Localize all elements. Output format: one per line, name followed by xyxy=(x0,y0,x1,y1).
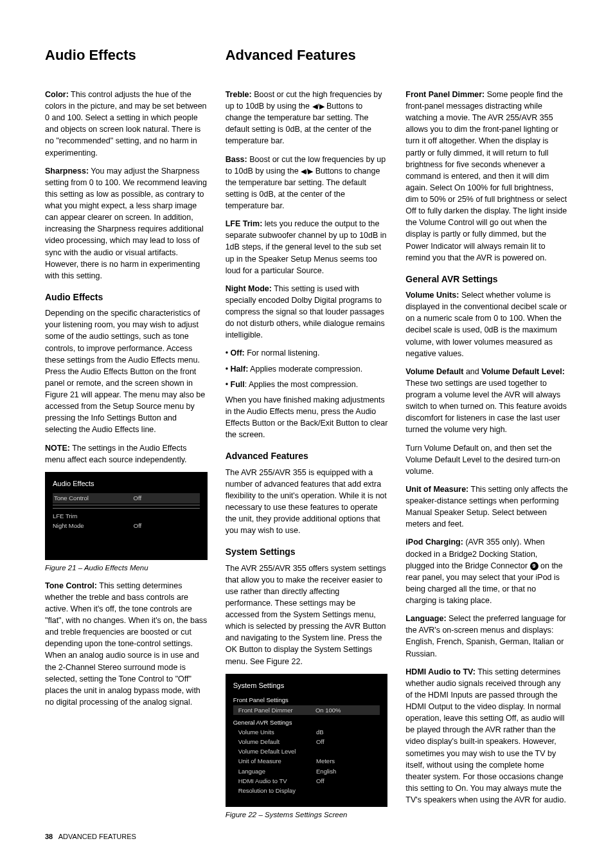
text-volume-default: These two settings are used together to … xyxy=(405,379,567,435)
figure-21: Audio Effects Tone ControlOff LFE Trim N… xyxy=(45,472,208,560)
para-color: Color: This control adjusts the hue of t… xyxy=(45,89,208,159)
text-volume-units: Select whether volume is displayed in th… xyxy=(405,291,567,358)
para-language: Language: Select the preferred language … xyxy=(405,613,568,660)
caption-22: Figure 22 – Systems Settings Screen xyxy=(226,809,388,820)
heading-audio-effects: Audio Effects xyxy=(45,45,208,66)
text-fp-dimmer: Some people find the front-panel message… xyxy=(405,90,567,262)
connector-9-icon: 9 xyxy=(530,562,538,570)
para-night-mode: Night Mode: This setting is used with sp… xyxy=(226,283,388,341)
bullet-off: • Off: For normal listening. xyxy=(226,347,388,359)
para-volume-default: Volume Default and Volume Default Level:… xyxy=(405,366,568,436)
fig21-row-v: Off xyxy=(134,521,200,530)
fig21-row-k: Tone Control xyxy=(54,493,134,503)
para-treble: Treble: Boost or cut the high frequencie… xyxy=(226,89,388,147)
column-3: Front Panel Dimmer: Some people find the… xyxy=(405,89,568,827)
text-sharpness: You may adjust the Sharpness setting fro… xyxy=(45,167,207,280)
figure-21-title: Audio Effects xyxy=(53,478,200,490)
label-hdmi-audio: HDMI Audio to TV: xyxy=(405,667,475,676)
para-audio-effects-desc: Depending on the specific characteristic… xyxy=(45,307,208,435)
para-fp-dimmer: Front Panel Dimmer: Some people find the… xyxy=(405,89,568,264)
para-sharpness: Sharpness: You may adjust the Sharpness … xyxy=(45,165,208,282)
fig22-sub2: General AVR Settings xyxy=(233,718,314,727)
para-volume-default-2: Turn Volume Default on, and then set the… xyxy=(405,442,568,477)
figure-22: System Settings Front Panel Settings Fro… xyxy=(226,674,388,807)
column-2: Treble: Boost or cut the high frequencie… xyxy=(226,89,388,827)
para-lfe-trim: LFE Trim: lets you reduce the output to … xyxy=(226,218,388,276)
subhead-audio-effects: Audio Effects xyxy=(45,291,208,303)
footer-label: ADVANCED FEATURES xyxy=(58,833,136,840)
label-ipod: iPod Charging: xyxy=(405,538,463,547)
text-and: and xyxy=(463,367,481,376)
label-tone-control: Tone Control: xyxy=(45,581,97,590)
fig22-row-v: On 100% xyxy=(315,705,378,715)
label-full: Full xyxy=(231,380,245,389)
label-volume-units: Volume Units: xyxy=(405,291,459,300)
left-right-arrow-icon: ◀/▶ xyxy=(312,103,324,110)
fig22-row-k: Unit of Measure xyxy=(238,756,316,766)
label-bass: Bass: xyxy=(226,155,247,164)
subhead-system-settings: System Settings xyxy=(226,545,388,558)
subhead-advanced-features: Advanced Features xyxy=(226,449,388,462)
para-volume-units: Volume Units: Select whether volume is d… xyxy=(405,289,568,359)
para-hdmi-audio: HDMI Audio to TV: This setting determine… xyxy=(405,666,568,806)
label-lfe-trim: LFE Trim: xyxy=(226,219,263,228)
para-bass: Bass: Boost or cut the low frequencies b… xyxy=(226,154,388,212)
fig22-row-v: Off xyxy=(316,737,380,746)
fig21-row-k: Night Mode xyxy=(53,521,134,530)
label-volume-default: Volume Default xyxy=(405,367,463,376)
fig22-row-v: Meters xyxy=(316,756,380,766)
fig22-row-v xyxy=(316,746,380,756)
para-ipod: iPod Charging: (AVR 355 only). When dock… xyxy=(405,536,568,606)
text-half: Applies moderate compression. xyxy=(248,365,362,374)
para-advanced-features: The AVR 255/AVR 355 is equipped with a n… xyxy=(226,467,388,537)
label-off: Off: xyxy=(231,348,245,357)
column-1: Color: This control adjusts the hue of t… xyxy=(45,89,208,827)
label-fp-dimmer: Front Panel Dimmer: xyxy=(405,90,484,99)
para-system-settings: The AVR 255/AVR 355 offers system settin… xyxy=(226,563,388,667)
page-footer: 38 ADVANCED FEATURES xyxy=(45,832,136,842)
para-note: NOTE: The settings in the Audio Effects … xyxy=(45,442,208,466)
figure-22-title: System Settings xyxy=(233,680,380,692)
para-tone-control: Tone Control: This setting determines wh… xyxy=(45,580,208,708)
page-number: 38 xyxy=(45,833,53,840)
caption-21: Figure 21 – Audio Effects Menu xyxy=(45,563,208,574)
label-sharpness: Sharpness: xyxy=(45,167,89,176)
heading-advanced-features: Advanced Features xyxy=(226,45,388,66)
heading-blank xyxy=(405,45,568,66)
label-night-mode: Night Mode: xyxy=(226,284,272,293)
para-finish: When you have finished making adjustment… xyxy=(226,394,388,441)
fig22-row-k: Language xyxy=(238,766,316,776)
subhead-general-avr: General AVR Settings xyxy=(405,273,568,285)
fig22-row-k: Front Panel Dimmer xyxy=(238,705,315,715)
fig22-row-v xyxy=(316,786,380,795)
label-volume-default-level: Volume Default Level: xyxy=(481,367,565,376)
fig22-row-k: Volume Units xyxy=(238,727,316,737)
para-unit-measure: Unit of Measure: This setting only affec… xyxy=(405,484,568,530)
label-color: Color: xyxy=(45,90,69,99)
fig22-sub1: Front Panel Settings xyxy=(233,695,314,705)
fig22-row-v: English xyxy=(316,766,380,776)
label-language: Language: xyxy=(405,614,446,623)
left-right-arrow-icon: ◀/▶ xyxy=(301,168,313,175)
fig22-row-k: Volume Default Level xyxy=(238,746,316,756)
fig22-row-k: HDMI Audio to TV xyxy=(238,776,316,786)
fig22-row-k: Resolution to Display xyxy=(238,786,316,795)
label-half: Half: xyxy=(231,365,249,374)
fig21-row-v: Off xyxy=(134,493,199,503)
text-tone-control: This setting determines whether the treb… xyxy=(45,581,207,707)
fig22-row-v: Off xyxy=(316,776,380,786)
label-unit-measure: Unit of Measure: xyxy=(405,485,468,494)
text-off: For normal listening. xyxy=(245,348,320,357)
bullet-half: • Half: Applies moderate compression. xyxy=(226,363,388,375)
label-treble: Treble: xyxy=(226,90,252,99)
fig22-row-k: Volume Default xyxy=(238,737,316,746)
fig21-row-k: LFE Trim xyxy=(53,511,134,521)
fig21-row-v xyxy=(134,511,200,521)
fig22-row-v: dB xyxy=(316,727,380,737)
label-note: NOTE: xyxy=(45,444,70,453)
bullet-full: • Full: Applies the most compression. xyxy=(226,379,388,390)
text-full: : Applies the most compression. xyxy=(245,380,358,389)
text-color: This control adjusts the hue of the colo… xyxy=(45,90,207,158)
text-hdmi-audio: This setting determines whether audio si… xyxy=(405,667,566,804)
